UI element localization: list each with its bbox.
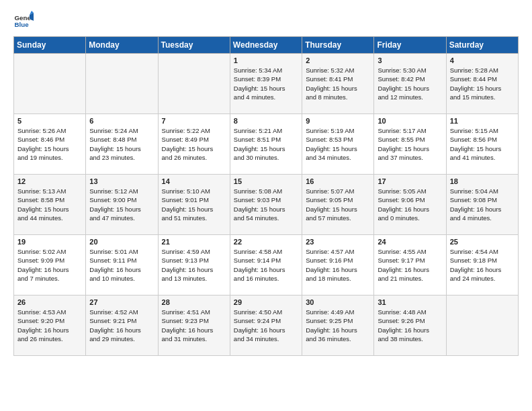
calendar-cell	[158, 54, 230, 114]
day-info: Sunrise: 5:19 AM Sunset: 8:53 PM Dayligh…	[306, 126, 370, 162]
day-info: Sunrise: 5:15 AM Sunset: 8:56 PM Dayligh…	[450, 126, 515, 162]
calendar-cell: 19Sunrise: 5:02 AM Sunset: 9:09 PM Dayli…	[14, 235, 86, 295]
day-number: 29	[234, 298, 298, 306]
weekday-header-friday: Friday	[374, 37, 446, 54]
calendar-cell: 11Sunrise: 5:15 AM Sunset: 8:56 PM Dayli…	[446, 114, 518, 175]
calendar-cell: 2Sunrise: 5:32 AM Sunset: 8:41 PM Daylig…	[302, 54, 374, 114]
calendar-cell: 15Sunrise: 5:08 AM Sunset: 9:03 PM Dayli…	[230, 175, 302, 235]
calendar-cell: 29Sunrise: 4:50 AM Sunset: 9:24 PM Dayli…	[230, 295, 302, 356]
calendar-cell: 21Sunrise: 4:59 AM Sunset: 9:13 PM Dayli…	[158, 235, 230, 295]
page-header: General Blue	[13, 11, 519, 31]
day-info: Sunrise: 5:30 AM Sunset: 8:42 PM Dayligh…	[378, 66, 442, 101]
calendar-cell: 22Sunrise: 4:58 AM Sunset: 9:14 PM Dayli…	[230, 235, 302, 295]
day-number: 15	[234, 177, 298, 185]
day-info: Sunrise: 5:12 AM Sunset: 9:00 PM Dayligh…	[89, 187, 154, 222]
day-info: Sunrise: 5:26 AM Sunset: 8:46 PM Dayligh…	[17, 126, 82, 162]
calendar-week-row: 19Sunrise: 5:02 AM Sunset: 9:09 PM Dayli…	[14, 235, 519, 295]
day-number: 11	[450, 117, 515, 125]
calendar-cell: 12Sunrise: 5:13 AM Sunset: 8:58 PM Dayli…	[14, 175, 86, 235]
calendar-cell: 4Sunrise: 5:28 AM Sunset: 8:44 PM Daylig…	[446, 54, 518, 114]
day-info: Sunrise: 4:55 AM Sunset: 9:17 PM Dayligh…	[378, 247, 442, 283]
day-info: Sunrise: 5:01 AM Sunset: 9:11 PM Dayligh…	[89, 247, 154, 283]
day-info: Sunrise: 4:58 AM Sunset: 9:14 PM Dayligh…	[234, 247, 298, 283]
day-info: Sunrise: 4:51 AM Sunset: 9:23 PM Dayligh…	[162, 308, 226, 343]
day-info: Sunrise: 4:49 AM Sunset: 9:25 PM Dayligh…	[306, 308, 370, 343]
weekday-header-tuesday: Tuesday	[158, 37, 230, 54]
day-number: 17	[378, 177, 442, 185]
calendar-week-row: 12Sunrise: 5:13 AM Sunset: 8:58 PM Dayli…	[14, 175, 519, 235]
day-info: Sunrise: 5:08 AM Sunset: 9:03 PM Dayligh…	[234, 187, 298, 222]
calendar-week-row: 5Sunrise: 5:26 AM Sunset: 8:46 PM Daylig…	[14, 114, 519, 175]
calendar-cell: 1Sunrise: 5:34 AM Sunset: 8:39 PM Daylig…	[230, 54, 302, 114]
day-info: Sunrise: 4:53 AM Sunset: 9:20 PM Dayligh…	[17, 308, 82, 343]
day-info: Sunrise: 5:10 AM Sunset: 9:01 PM Dayligh…	[162, 187, 226, 222]
calendar-cell	[14, 54, 86, 114]
weekday-header-monday: Monday	[86, 37, 158, 54]
calendar-cell: 23Sunrise: 4:57 AM Sunset: 9:16 PM Dayli…	[302, 235, 374, 295]
calendar-cell: 25Sunrise: 4:54 AM Sunset: 9:18 PM Dayli…	[446, 235, 518, 295]
day-number: 25	[450, 238, 515, 246]
calendar-cell	[446, 295, 518, 356]
day-number: 23	[306, 238, 370, 246]
calendar-cell: 8Sunrise: 5:21 AM Sunset: 8:51 PM Daylig…	[230, 114, 302, 175]
calendar-cell: 14Sunrise: 5:10 AM Sunset: 9:01 PM Dayli…	[158, 175, 230, 235]
logo: General Blue	[13, 11, 34, 31]
day-number: 13	[89, 177, 154, 185]
day-number: 12	[17, 177, 82, 185]
calendar-cell: 7Sunrise: 5:22 AM Sunset: 8:49 PM Daylig…	[158, 114, 230, 175]
calendar-week-row: 26Sunrise: 4:53 AM Sunset: 9:20 PM Dayli…	[14, 295, 519, 356]
day-number: 14	[162, 177, 226, 185]
day-number: 30	[306, 298, 370, 306]
calendar-cell: 6Sunrise: 5:24 AM Sunset: 8:48 PM Daylig…	[86, 114, 158, 175]
day-number: 19	[17, 238, 82, 246]
day-info: Sunrise: 5:13 AM Sunset: 8:58 PM Dayligh…	[17, 187, 82, 222]
calendar-cell: 10Sunrise: 5:17 AM Sunset: 8:55 PM Dayli…	[374, 114, 446, 175]
day-info: Sunrise: 5:17 AM Sunset: 8:55 PM Dayligh…	[378, 126, 442, 162]
day-number: 2	[306, 56, 370, 64]
day-number: 7	[162, 117, 226, 125]
day-info: Sunrise: 5:02 AM Sunset: 9:09 PM Dayligh…	[17, 247, 82, 283]
calendar-cell: 20Sunrise: 5:01 AM Sunset: 9:11 PM Dayli…	[86, 235, 158, 295]
calendar-cell: 18Sunrise: 5:04 AM Sunset: 9:08 PM Dayli…	[446, 175, 518, 235]
day-number: 22	[234, 238, 298, 246]
calendar-cell: 28Sunrise: 4:51 AM Sunset: 9:23 PM Dayli…	[158, 295, 230, 356]
calendar-cell: 26Sunrise: 4:53 AM Sunset: 9:20 PM Dayli…	[14, 295, 86, 356]
day-info: Sunrise: 5:05 AM Sunset: 9:06 PM Dayligh…	[378, 187, 442, 222]
weekday-header-sunday: Sunday	[14, 37, 86, 54]
day-number: 24	[378, 238, 442, 246]
day-info: Sunrise: 4:50 AM Sunset: 9:24 PM Dayligh…	[234, 308, 298, 343]
day-number: 9	[306, 117, 370, 125]
day-number: 1	[234, 56, 298, 64]
calendar-table: SundayMondayTuesdayWednesdayThursdayFrid…	[13, 36, 519, 356]
calendar-cell: 13Sunrise: 5:12 AM Sunset: 9:00 PM Dayli…	[86, 175, 158, 235]
day-info: Sunrise: 4:57 AM Sunset: 9:16 PM Dayligh…	[306, 247, 370, 283]
calendar-cell: 16Sunrise: 5:07 AM Sunset: 9:05 PM Dayli…	[302, 175, 374, 235]
logo-icon: General Blue	[13, 11, 34, 31]
weekday-header-thursday: Thursday	[302, 37, 374, 54]
day-info: Sunrise: 5:34 AM Sunset: 8:39 PM Dayligh…	[234, 66, 298, 101]
day-number: 20	[89, 238, 154, 246]
day-number: 4	[450, 56, 515, 64]
weekday-header-row: SundayMondayTuesdayWednesdayThursdayFrid…	[14, 37, 519, 54]
calendar-cell: 9Sunrise: 5:19 AM Sunset: 8:53 PM Daylig…	[302, 114, 374, 175]
calendar-cell: 24Sunrise: 4:55 AM Sunset: 9:17 PM Dayli…	[374, 235, 446, 295]
day-info: Sunrise: 5:07 AM Sunset: 9:05 PM Dayligh…	[306, 187, 370, 222]
day-number: 5	[17, 117, 82, 125]
day-number: 28	[162, 298, 226, 306]
calendar-cell: 30Sunrise: 4:49 AM Sunset: 9:25 PM Dayli…	[302, 295, 374, 356]
day-number: 6	[89, 117, 154, 125]
svg-text:Blue: Blue	[15, 21, 30, 28]
day-info: Sunrise: 5:04 AM Sunset: 9:08 PM Dayligh…	[450, 187, 515, 222]
day-number: 27	[89, 298, 154, 306]
calendar-cell	[86, 54, 158, 114]
day-number: 21	[162, 238, 226, 246]
day-info: Sunrise: 5:28 AM Sunset: 8:44 PM Dayligh…	[450, 66, 515, 101]
day-number: 3	[378, 56, 442, 64]
day-info: Sunrise: 4:59 AM Sunset: 9:13 PM Dayligh…	[162, 247, 226, 283]
day-info: Sunrise: 5:21 AM Sunset: 8:51 PM Dayligh…	[234, 126, 298, 162]
calendar-cell: 17Sunrise: 5:05 AM Sunset: 9:06 PM Dayli…	[374, 175, 446, 235]
calendar-cell: 31Sunrise: 4:48 AM Sunset: 9:26 PM Dayli…	[374, 295, 446, 356]
day-info: Sunrise: 4:54 AM Sunset: 9:18 PM Dayligh…	[450, 247, 515, 283]
weekday-header-wednesday: Wednesday	[230, 37, 302, 54]
day-number: 10	[378, 117, 442, 125]
